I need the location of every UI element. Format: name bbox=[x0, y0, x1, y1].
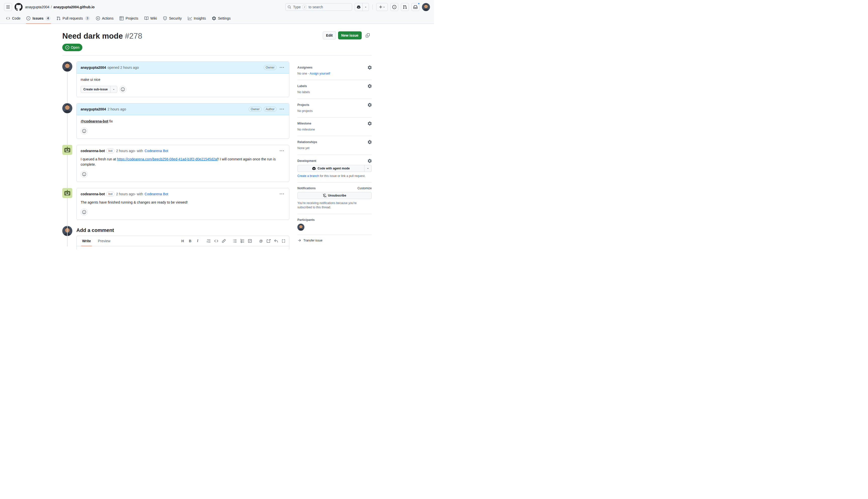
comment-body: I queued a fresh run at https://codearen… bbox=[81, 157, 285, 167]
bold-icon[interactable]: B bbox=[186, 238, 194, 244]
projects-section: Projects No projects bbox=[297, 99, 372, 117]
quote-icon[interactable] bbox=[205, 238, 212, 244]
mention-link[interactable]: @codearena-bot bbox=[81, 119, 108, 123]
chevron-down-icon bbox=[364, 6, 367, 8]
git-pull-request-icon bbox=[57, 16, 61, 20]
header-rule bbox=[62, 55, 372, 56]
robot-avatar-image bbox=[62, 145, 72, 155]
bot-avatar[interactable] bbox=[62, 188, 72, 198]
ordered-list-icon[interactable] bbox=[239, 238, 246, 244]
new-issue-button[interactable]: New issue bbox=[338, 32, 362, 39]
comment-options-button[interactable] bbox=[278, 64, 285, 71]
write-tab[interactable]: Write bbox=[79, 236, 94, 246]
transfer-issue-row[interactable]: Transfer issue bbox=[297, 235, 372, 242]
issue-title-row: Need dark mode#278 Edit New issue bbox=[62, 32, 372, 41]
gear-icon[interactable] bbox=[368, 103, 372, 107]
tab-insights[interactable]: Insights bbox=[186, 14, 208, 23]
comment-timestamp: 2 hours ago- with bbox=[116, 192, 143, 196]
inbox-button[interactable] bbox=[411, 3, 420, 11]
notifications-caption: You're receiving notifications because y… bbox=[297, 201, 372, 210]
issue-number: #278 bbox=[125, 32, 142, 40]
link-icon[interactable] bbox=[220, 238, 227, 244]
tab-issues[interactable]: Issues4 bbox=[24, 14, 52, 24]
code-icon[interactable] bbox=[213, 238, 220, 244]
codearena-bot-link[interactable]: Codearena Bot bbox=[145, 149, 168, 153]
comment-author-link[interactable]: codearena-bot bbox=[81, 149, 105, 153]
cross-reference-icon[interactable] bbox=[265, 238, 272, 244]
tab-settings[interactable]: Settings bbox=[210, 14, 233, 23]
customize-link[interactable]: Customize bbox=[358, 186, 372, 190]
breadcrumb-owner-link[interactable]: anaygupta2004 bbox=[25, 5, 49, 9]
global-menu-button[interactable] bbox=[4, 3, 12, 11]
tasklist-icon[interactable] bbox=[246, 238, 253, 244]
add-reaction-button[interactable] bbox=[81, 127, 88, 135]
tab-wiki[interactable]: Wiki bbox=[142, 14, 159, 23]
breadcrumb-separator: / bbox=[51, 5, 52, 9]
gear-icon[interactable] bbox=[368, 121, 372, 125]
plus-icon bbox=[379, 5, 383, 9]
comment-options-button[interactable] bbox=[278, 106, 285, 112]
milestone-section: Milestone No milestone bbox=[297, 117, 372, 136]
code-with-agent-button[interactable]: Code with agent mode bbox=[297, 165, 372, 172]
fullscreen-icon[interactable] bbox=[280, 238, 287, 244]
participant-avatar[interactable] bbox=[297, 224, 304, 231]
assign-yourself-link[interactable]: Assign yourself bbox=[310, 72, 330, 75]
unordered-list-icon[interactable] bbox=[231, 238, 238, 244]
create-new-button[interactable] bbox=[376, 3, 388, 11]
comment-author-link[interactable]: anaygupta2004 bbox=[81, 65, 106, 70]
search-icon bbox=[288, 5, 291, 9]
copilot-button[interactable] bbox=[354, 3, 369, 11]
heading-icon[interactable]: H bbox=[179, 238, 186, 244]
pull-requests-dashboard-button[interactable] bbox=[401, 3, 409, 11]
comment-textarea[interactable] bbox=[76, 246, 289, 250]
current-user-avatar[interactable] bbox=[62, 226, 72, 236]
user-avatar[interactable] bbox=[422, 3, 430, 11]
github-logo[interactable] bbox=[14, 3, 23, 11]
preview-tab[interactable]: Preview bbox=[94, 236, 114, 246]
issues-dashboard-button[interactable] bbox=[390, 3, 398, 11]
unsubscribe-button[interactable]: Unsubscribe bbox=[297, 192, 372, 199]
add-reaction-button[interactable] bbox=[81, 171, 88, 178]
tab-security[interactable]: Security bbox=[161, 14, 184, 23]
participants-section: Participants bbox=[297, 214, 372, 235]
comment-options-button[interactable] bbox=[278, 191, 285, 197]
add-reaction-button[interactable] bbox=[119, 86, 126, 93]
milestone-heading: Milestone bbox=[297, 122, 311, 125]
gear-icon bbox=[212, 16, 216, 20]
search-input[interactable]: Type / to search bbox=[285, 3, 352, 11]
edit-button[interactable]: Edit bbox=[323, 32, 336, 39]
search-slash-key: / bbox=[303, 5, 306, 9]
gear-icon[interactable] bbox=[368, 84, 372, 88]
comment-1: anaygupta2004 opened 2 hours ago Owner m… bbox=[62, 61, 289, 97]
gear-icon[interactable] bbox=[368, 140, 372, 144]
comment-author-link[interactable]: codearena-bot bbox=[81, 192, 105, 196]
comment-author-avatar[interactable] bbox=[62, 103, 72, 113]
create-sub-issue-button[interactable]: Create sub-issue bbox=[81, 86, 117, 93]
comment-header: anaygupta2004 2 hours ago Owner Author bbox=[76, 104, 289, 115]
comment-3: codearena-bot bot 2 hours ago- with Code… bbox=[62, 145, 289, 182]
comment-body: make ui nice bbox=[81, 77, 285, 82]
mention-icon[interactable]: @ bbox=[257, 238, 264, 244]
gear-icon[interactable] bbox=[368, 159, 372, 163]
add-reaction-button[interactable] bbox=[81, 209, 88, 216]
user-avatar-image bbox=[62, 103, 72, 113]
comment-options-button[interactable] bbox=[278, 148, 285, 154]
comment-author-avatar[interactable] bbox=[62, 61, 72, 72]
bot-avatar[interactable] bbox=[62, 145, 72, 155]
comment-header: codearena-bot bot 2 hours ago- with Code… bbox=[76, 145, 289, 155]
run-url-link[interactable]: https://codearena.com/beecb256-08ed-41ad… bbox=[117, 157, 218, 161]
tab-projects[interactable]: Projects bbox=[118, 14, 141, 23]
tab-code[interactable]: Code bbox=[4, 14, 22, 23]
italic-icon[interactable]: I bbox=[194, 238, 201, 244]
comment-header: codearena-bot bot 2 hours ago- with Code… bbox=[76, 188, 289, 198]
gear-icon[interactable] bbox=[368, 65, 372, 70]
copy-link-button[interactable] bbox=[364, 32, 372, 39]
comment-author-link[interactable]: anaygupta2004 bbox=[81, 107, 106, 111]
breadcrumb-repo-link[interactable]: anaygupta2004.github.io bbox=[53, 5, 94, 9]
tab-pull-requests[interactable]: Pull requests3 bbox=[55, 14, 92, 24]
owner-badge: Owner bbox=[249, 107, 262, 112]
codearena-bot-link[interactable]: Codearena Bot bbox=[145, 192, 168, 196]
create-branch-link[interactable]: Create a branch bbox=[297, 174, 319, 178]
tab-actions[interactable]: Actions bbox=[94, 14, 116, 23]
saved-reply-icon[interactable] bbox=[273, 238, 279, 244]
